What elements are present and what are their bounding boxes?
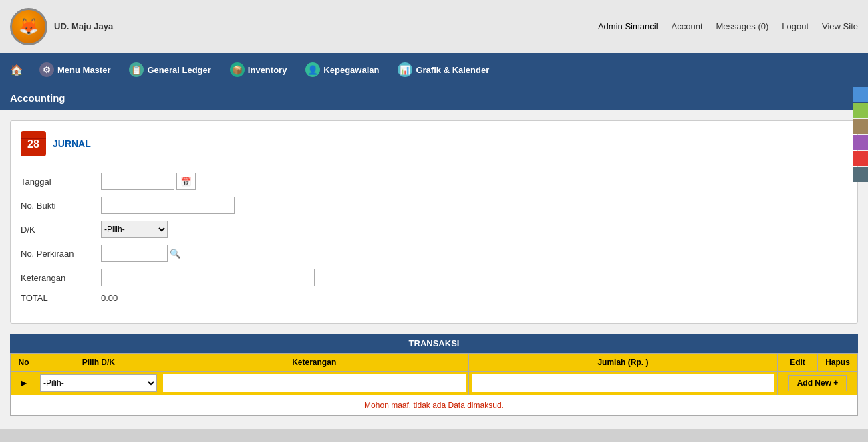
add-new-button[interactable]: Add New + xyxy=(788,375,847,391)
tanggal-input[interactable] xyxy=(101,173,174,190)
empty-message: Mohon maaf, tidak ada Data dimaksud. xyxy=(10,395,858,416)
tanggal-row: Tanggal 📅 xyxy=(21,173,847,190)
keterangan-label: Keterangan xyxy=(21,273,101,283)
calendar-icon: 28 xyxy=(21,131,46,156)
col-hapus: Hapus xyxy=(818,354,858,372)
pilihdk-row-select[interactable]: -Pilih- Debet Kredit xyxy=(40,374,157,392)
journal-form: 28 JURNAL Tanggal 📅 No. Bukti D/K -Pilih… xyxy=(10,120,858,324)
nav-grafik[interactable]: 📊 Grafik & Kalender xyxy=(388,53,498,86)
swatch-green[interactable] xyxy=(853,103,868,118)
logout-link[interactable]: Logout xyxy=(782,21,809,31)
keterangan-input[interactable] xyxy=(101,269,315,286)
keterangan-input-cell xyxy=(160,372,468,395)
calendar-picker-button[interactable]: 📅 xyxy=(176,173,196,190)
journal-header: 28 JURNAL xyxy=(21,131,847,162)
add-btn-cell: Add New + xyxy=(778,372,858,395)
transaksi-table: No Pilih D/K Keterangan Jumlah (Rp. ) Ed… xyxy=(10,353,858,395)
swatch-red[interactable] xyxy=(853,151,868,166)
dk-label: D/K xyxy=(21,225,101,235)
grafik-icon: 📊 xyxy=(398,62,412,77)
jumlah-row-input[interactable] xyxy=(472,374,774,392)
transaksi-input-row: ▶ -Pilih- Debet Kredit xyxy=(11,372,858,395)
account-link[interactable]: Account xyxy=(672,21,703,31)
nav-general-ledger[interactable]: 📋 General Ledger xyxy=(120,53,220,86)
col-no: No xyxy=(11,354,37,372)
nav-menu-master[interactable]: ⚙ Menu Master xyxy=(30,53,120,86)
transaksi-col-headers: No Pilih D/K Keterangan Jumlah (Rp. ) Ed… xyxy=(11,354,858,372)
nav-inventory[interactable]: 📦 Inventory xyxy=(221,53,297,86)
kepegawaian-icon: 👤 xyxy=(305,62,320,77)
home-button[interactable]: 🏠 xyxy=(3,58,30,82)
keterangan-row-input[interactable] xyxy=(163,374,466,392)
content-area: Accounting 28 JURNAL Tanggal 📅 No. Bukti… xyxy=(0,86,868,429)
transaksi-container: TRANSAKSI No Pilih D/K Keterangan Jumlah… xyxy=(10,334,858,416)
jumlah-input-cell xyxy=(468,372,777,395)
viewsite-link[interactable]: View Site xyxy=(822,21,858,31)
main-nav: 🏠 ⚙ Menu Master 📋 General Ledger 📦 Inven… xyxy=(0,53,868,86)
pilihdk-cell: -Pilih- Debet Kredit xyxy=(37,372,160,395)
tanggal-label: Tanggal xyxy=(21,177,101,187)
noperkiraan-row: No. Perkiraan 🔍 xyxy=(21,245,847,262)
swatch-brown[interactable] xyxy=(853,119,868,134)
app-logo: 🦊 xyxy=(10,8,47,45)
journal-title: JURNAL xyxy=(53,138,91,149)
swatch-purple[interactable] xyxy=(853,135,868,150)
side-swatches xyxy=(853,87,868,182)
top-header: 🦊 UD. Maju Jaya Admin Simancil Account M… xyxy=(0,0,868,53)
noperkiraan-label: No. Perkiraan xyxy=(21,249,101,259)
admin-label: Admin Simancil xyxy=(598,21,658,31)
col-keterangan: Keterangan xyxy=(160,354,468,372)
noperkiraan-search-button[interactable]: 🔍 xyxy=(170,249,181,259)
nobukti-row: No. Bukti xyxy=(21,197,847,214)
total-label: TOTAL xyxy=(21,293,101,303)
col-jumlah: Jumlah (Rp. ) xyxy=(468,354,777,372)
col-pilihdk: Pilih D/K xyxy=(37,354,160,372)
dk-select[interactable]: -Pilih- Debet Kredit xyxy=(101,221,168,238)
nobukti-input[interactable] xyxy=(101,197,235,214)
logo-area: 🦊 UD. Maju Jaya xyxy=(10,8,113,45)
total-value: 0.00 xyxy=(101,293,118,303)
transaksi-header: TRANSAKSI xyxy=(10,334,858,353)
company-name: UD. Maju Jaya xyxy=(54,21,113,31)
dk-row: D/K -Pilih- Debet Kredit xyxy=(21,221,847,238)
nobukti-label: No. Bukti xyxy=(21,201,101,211)
section-header: Accounting xyxy=(0,86,868,110)
total-row: TOTAL 0.00 xyxy=(21,293,847,303)
arrow-cell: ▶ xyxy=(11,372,37,395)
swatch-blue[interactable] xyxy=(853,87,868,102)
inventory-icon: 📦 xyxy=(230,62,245,77)
noperkiraan-input[interactable] xyxy=(101,245,168,262)
swatch-gray[interactable] xyxy=(853,167,868,182)
messages-link[interactable]: Messages (0) xyxy=(716,21,769,31)
keterangan-row: Keterangan xyxy=(21,269,847,286)
top-nav: Admin Simancil Account Messages (0) Logo… xyxy=(598,21,858,31)
ledger-icon: 📋 xyxy=(129,62,144,77)
nav-kepegawaian[interactable]: 👤 Kepegawaian xyxy=(296,53,388,86)
gear-icon: ⚙ xyxy=(39,62,54,77)
col-edit: Edit xyxy=(778,354,818,372)
